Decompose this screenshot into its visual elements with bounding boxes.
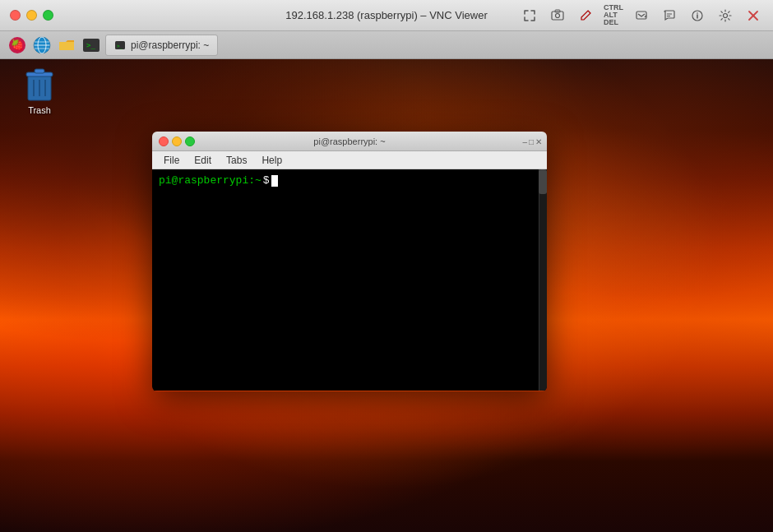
desktop: Trash pi@raspberrypi: ~ – □ ✕ File Edit … xyxy=(0,59,773,532)
maximize-button[interactable] xyxy=(43,10,53,21)
settings-icon[interactable] xyxy=(712,4,738,27)
fullscreen-icon[interactable] xyxy=(516,4,543,27)
trash-icon[interactable]: Trash xyxy=(15,66,64,115)
app-bar: 🍓 >_ >_ pi@raspberrypi: ~ xyxy=(0,31,773,59)
screenshot-icon[interactable] xyxy=(544,4,571,27)
folder-icon[interactable] xyxy=(56,35,77,56)
terminal-menu-help[interactable]: Help xyxy=(255,153,289,168)
terminal-prompt-path: :~ xyxy=(248,174,262,187)
terminal-cursor xyxy=(271,175,278,187)
svg-text:🍓: 🍓 xyxy=(11,38,25,52)
trash-label: Trash xyxy=(28,105,51,115)
chat-icon[interactable] xyxy=(656,4,683,27)
send-icon[interactable] xyxy=(628,4,655,27)
svg-rect-3 xyxy=(636,12,646,19)
terminal-window-controls: – □ ✕ xyxy=(522,136,542,146)
info-icon[interactable] xyxy=(684,4,711,27)
terminal-scrollbar-thumb[interactable] xyxy=(539,169,547,194)
minimize-button[interactable] xyxy=(26,10,37,21)
terminal-title: pi@raspberrypi: ~ xyxy=(313,136,385,146)
terminal-wc-minimize[interactable]: – xyxy=(522,136,527,146)
close-vnc-button[interactable] xyxy=(740,4,766,27)
terminal-tab[interactable]: >_ pi@raspberrypi: ~ xyxy=(105,35,218,56)
window-title: 192.168.1.238 (raspberrypi) – VNC Viewer xyxy=(285,9,487,21)
terminal-minimize-button[interactable] xyxy=(172,136,182,146)
svg-point-2 xyxy=(556,13,560,17)
mac-titlebar: 192.168.1.238 (raspberrypi) – VNC Viewer… xyxy=(0,0,773,31)
terminal-wc-close[interactable]: ✕ xyxy=(535,136,542,146)
terminal-tab-label: pi@raspberrypi: ~ xyxy=(131,39,209,51)
terminal-menu-file[interactable]: File xyxy=(157,153,186,168)
toolbar-icons: CTRLALTDEL xyxy=(516,4,773,27)
terminal-menubar: File Edit Tabs Help xyxy=(152,151,547,169)
terminal-titlebar: pi@raspberrypi: ~ – □ ✕ xyxy=(152,132,547,151)
svg-text:>_: >_ xyxy=(117,43,123,49)
browser-icon[interactable] xyxy=(31,35,53,56)
svg-point-9 xyxy=(724,13,728,17)
trash-icon-image xyxy=(23,66,56,102)
terminal-taskbar-icon[interactable]: >_ xyxy=(81,35,102,56)
pencil-icon[interactable] xyxy=(572,4,599,27)
terminal-prompt: pi@raspberrypi :~ $ xyxy=(159,174,540,187)
terminal-menu-edit[interactable]: Edit xyxy=(187,153,218,168)
terminal-maximize-button[interactable] xyxy=(185,136,195,146)
terminal-traffic-lights xyxy=(152,136,195,146)
svg-text:>_: >_ xyxy=(86,41,95,49)
traffic-lights xyxy=(0,10,53,21)
ctrl-alt-del-icon[interactable]: CTRLALTDEL xyxy=(600,4,627,27)
svg-point-8 xyxy=(697,12,698,14)
terminal-scrollbar[interactable] xyxy=(539,169,547,391)
terminal-close-button[interactable] xyxy=(159,136,169,146)
svg-rect-28 xyxy=(35,69,44,73)
terminal-prompt-symbol: $ xyxy=(263,174,270,187)
terminal-window: pi@raspberrypi: ~ – □ ✕ File Edit Tabs H… xyxy=(152,132,547,391)
terminal-wc-restore[interactable]: □ xyxy=(529,136,534,146)
close-button[interactable] xyxy=(10,10,21,21)
terminal-prompt-user: pi@raspberrypi xyxy=(159,174,248,187)
terminal-body[interactable]: pi@raspberrypi :~ $ xyxy=(152,169,547,391)
raspberry-icon[interactable]: 🍓 xyxy=(7,35,28,56)
terminal-menu-tabs[interactable]: Tabs xyxy=(220,153,253,168)
